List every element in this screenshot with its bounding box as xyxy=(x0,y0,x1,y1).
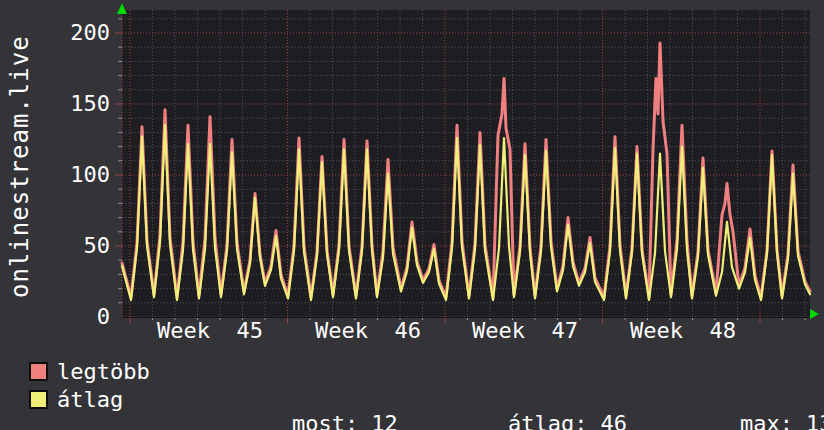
x-axis-label-week-48: Week 48 xyxy=(603,319,763,343)
y-axis-label-100: 100 xyxy=(36,163,110,187)
stat-atlag: átlag:46 xyxy=(455,388,627,430)
y-axis-label-50: 50 xyxy=(36,234,110,258)
stat-atlag-label: átlag: xyxy=(508,411,587,430)
rrd-graph-window: onlinestream.live 0 50 100 150 200 Week … xyxy=(0,0,824,430)
legend-label-atlag: átlag xyxy=(57,388,123,412)
stat-max: max:135 xyxy=(687,388,824,430)
stat-atlag-value: 46 xyxy=(600,411,627,430)
x-axis-label-week-46: Week 46 xyxy=(288,319,448,343)
stat-max-label: max: xyxy=(740,411,793,430)
y-axis-arrow-icon xyxy=(117,3,127,14)
chart-plot-area xyxy=(0,0,824,358)
x-axis-label-week-45: Week 45 xyxy=(130,319,290,343)
stat-most-label: most: xyxy=(292,411,358,430)
legend-swatch-legtobb xyxy=(29,362,48,381)
y-axis-label-0: 0 xyxy=(36,305,110,329)
stat-most-value: 12 xyxy=(371,411,398,430)
y-axis-label-200: 200 xyxy=(36,21,110,45)
stat-max-value: 135 xyxy=(806,411,824,430)
legend-label-legtobb: legtöbb xyxy=(57,360,150,384)
y-axis-label-150: 150 xyxy=(36,92,110,116)
stat-most: most:12 xyxy=(239,388,398,430)
x-axis-arrow-icon xyxy=(810,309,819,319)
x-axis-label-week-47: Week 47 xyxy=(445,319,605,343)
legend-swatch-atlag xyxy=(29,390,48,409)
